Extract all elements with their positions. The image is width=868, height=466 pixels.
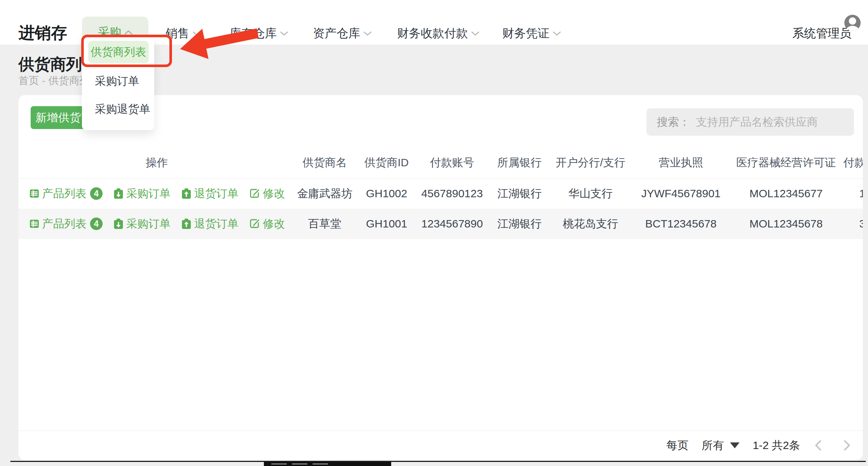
next-page-button[interactable] bbox=[842, 439, 852, 452]
chevron-down-icon bbox=[280, 31, 288, 36]
search-label: 搜索： bbox=[657, 115, 690, 130]
clipboard-arrow-down-icon bbox=[113, 188, 124, 199]
cell-medical-license: MOL12345678 bbox=[734, 209, 838, 239]
clipboard-arrow-down-icon bbox=[113, 218, 124, 230]
previous-page-button[interactable] bbox=[813, 439, 823, 452]
cell-supplier-name: 百草堂 bbox=[295, 209, 354, 239]
column-header-bank: 所属银行 bbox=[485, 147, 554, 178]
search-box[interactable]: 搜索： bbox=[647, 108, 854, 136]
bottom-edge-line bbox=[10, 461, 866, 462]
per-page-select[interactable]: 所有 bbox=[702, 438, 740, 453]
chevron-left-icon bbox=[813, 439, 823, 452]
product-list-icon bbox=[29, 218, 40, 229]
nav-item-finance-payments[interactable]: 财务收款付款 bbox=[397, 25, 479, 42]
cell-payment-account: 1234567890 bbox=[419, 209, 485, 239]
edit-pencil-icon bbox=[249, 218, 261, 230]
pagination-range: 1-2 共2条 bbox=[753, 438, 800, 453]
user-avatar-icon[interactable] bbox=[844, 15, 861, 31]
nav-item-finance-payments-label: 财务收款付款 bbox=[397, 25, 468, 42]
chevron-down-icon bbox=[193, 31, 201, 36]
product-list-link[interactable]: 产品列表 4 bbox=[29, 186, 103, 201]
cell-business-license: BCT12345678 bbox=[627, 209, 734, 239]
artifact-dash bbox=[313, 463, 328, 465]
cell-bank: 江湖银行 bbox=[485, 209, 554, 239]
cell-payment-terms: 15 bbox=[838, 178, 863, 209]
bottom-edge-artifact bbox=[264, 462, 391, 466]
purchase-order-link[interactable]: 采购订单 bbox=[113, 186, 170, 201]
artifact-dash bbox=[271, 463, 287, 465]
pagination-bar: 每页 所有 1-2 共2条 bbox=[666, 431, 852, 460]
nav-item-finance-vouchers-label: 财务凭证 bbox=[502, 25, 550, 42]
column-header-branch: 开户分行/支行 bbox=[554, 147, 627, 178]
column-header-medical-license: 医疗器械经营许可证 bbox=[734, 147, 838, 178]
row-actions: 产品列表 4 采购订单 bbox=[18, 216, 295, 232]
table-row: 产品列表 4 采购订单 bbox=[18, 178, 863, 209]
row-actions: 产品列表 4 采购订单 bbox=[18, 186, 295, 201]
product-list-icon bbox=[29, 188, 40, 199]
edit-label: 修改 bbox=[263, 186, 285, 201]
cell-business-license: JYWF45678901 bbox=[627, 178, 734, 209]
app-logo: 进销存 bbox=[18, 22, 67, 44]
cell-branch: 华山支行 bbox=[554, 178, 627, 209]
per-page-label: 每页 bbox=[666, 438, 689, 453]
edit-link[interactable]: 修改 bbox=[249, 216, 285, 232]
purchase-order-label: 采购订单 bbox=[126, 186, 170, 201]
return-order-link[interactable]: 退货订单 bbox=[181, 186, 238, 201]
column-header-business-license: 营业执照 bbox=[627, 147, 734, 178]
edit-label: 修改 bbox=[263, 216, 285, 232]
cell-payment-terms: 30 bbox=[838, 209, 863, 239]
cell-supplier-name: 金庸武器坊 bbox=[295, 178, 354, 209]
artifact-dash bbox=[292, 463, 307, 465]
nav-item-sales-label: 销售 bbox=[166, 25, 189, 42]
chevron-down-icon bbox=[471, 31, 479, 36]
chevron-right-icon bbox=[842, 439, 852, 452]
search-input[interactable] bbox=[696, 116, 854, 128]
column-header-supplier-name: 供货商名 bbox=[295, 147, 354, 178]
supplier-list-card: 新增供货商 搜索： 操作 供货商名 供货商ID 付款账号 所属银行 开户分行/支… bbox=[18, 95, 863, 460]
cell-supplier-id: GH1002 bbox=[354, 178, 419, 209]
cell-supplier-id: GH1001 bbox=[354, 209, 419, 239]
product-count-badge: 4 bbox=[90, 218, 103, 230]
purchase-order-link[interactable]: 采购订单 bbox=[113, 216, 170, 232]
chevron-up-icon bbox=[124, 30, 132, 35]
product-list-link[interactable]: 产品列表 4 bbox=[29, 216, 103, 232]
edit-pencil-icon bbox=[249, 188, 261, 199]
product-list-label: 产品列表 bbox=[42, 186, 86, 201]
user-name: 系统管理员 bbox=[792, 25, 851, 42]
nav-item-inventory-warehouse-label: 库存仓库 bbox=[230, 25, 277, 42]
nav-item-asset-warehouse[interactable]: 资产仓库 bbox=[313, 25, 372, 42]
chevron-down-icon bbox=[553, 31, 561, 36]
product-list-label: 产品列表 bbox=[42, 216, 86, 232]
product-count-badge: 4 bbox=[90, 187, 103, 200]
column-header-supplier-id: 供货商ID bbox=[354, 147, 419, 178]
return-order-label: 退货订单 bbox=[194, 216, 238, 232]
column-header-actions: 操作 bbox=[18, 147, 295, 178]
nav-item-sales[interactable]: 销售 bbox=[166, 25, 201, 42]
nav-item-finance-vouchers[interactable]: 财务凭证 bbox=[502, 25, 561, 42]
avatar-head-shape bbox=[849, 17, 856, 25]
per-page-value: 所有 bbox=[702, 438, 724, 453]
clipboard-arrow-up-icon bbox=[181, 218, 192, 230]
purchase-dropdown-menu: 供货商列表 采购订单 采购退货单 bbox=[82, 37, 154, 130]
cell-payment-account: 4567890123 bbox=[419, 178, 485, 209]
menu-item-purchase-order[interactable]: 采购订单 bbox=[95, 70, 139, 92]
nav-item-inventory-warehouse[interactable]: 库存仓库 bbox=[230, 25, 288, 42]
menu-item-supplier-list[interactable]: 供货商列表 bbox=[88, 41, 149, 63]
menu-item-purchase-return[interactable]: 采购退货单 bbox=[95, 98, 150, 120]
supplier-table: 操作 供货商名 供货商ID 付款账号 所属银行 开户分行/支行 营业执照 医疗器… bbox=[18, 147, 863, 239]
edit-link[interactable]: 修改 bbox=[249, 186, 285, 201]
return-order-link[interactable]: 退货订单 bbox=[181, 216, 238, 232]
caret-down-icon bbox=[730, 442, 740, 448]
return-order-label: 退货订单 bbox=[194, 186, 238, 201]
clipboard-arrow-up-icon bbox=[181, 188, 192, 199]
cell-branch: 桃花岛支行 bbox=[554, 209, 627, 239]
cell-medical-license: MOL12345677 bbox=[734, 178, 838, 209]
purchase-order-label: 采购订单 bbox=[126, 216, 170, 232]
nav-item-asset-warehouse-label: 资产仓库 bbox=[313, 25, 360, 42]
table-row: 产品列表 4 采购订单 bbox=[18, 209, 863, 239]
column-header-payment-account: 付款账号 bbox=[419, 147, 485, 178]
table-header-row: 操作 供货商名 供货商ID 付款账号 所属银行 开户分行/支行 营业执照 医疗器… bbox=[18, 147, 863, 178]
chevron-down-icon bbox=[364, 31, 372, 36]
column-header-payment-terms: 付款账期 bbox=[838, 147, 863, 178]
cell-bank: 江湖银行 bbox=[485, 178, 554, 209]
